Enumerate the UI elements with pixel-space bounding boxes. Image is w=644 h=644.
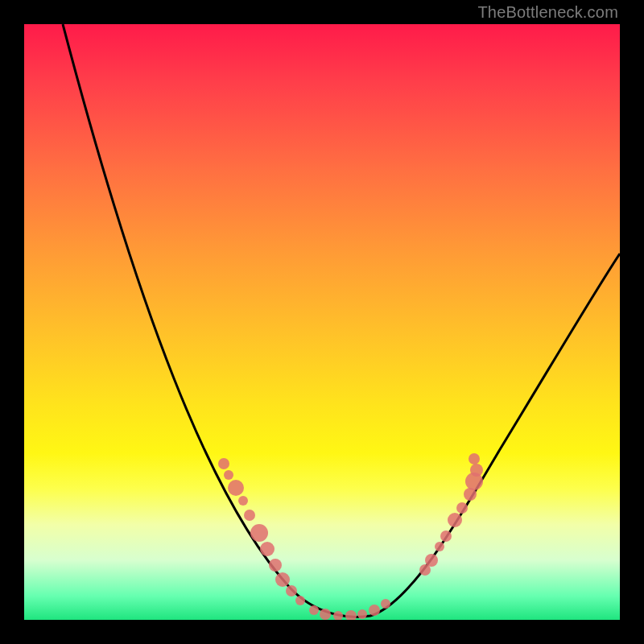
- bottleneck-curve: [63, 24, 620, 617]
- chart-plot-area: [24, 24, 620, 620]
- data-marker: [218, 458, 229, 469]
- data-marker: [369, 605, 380, 616]
- data-marker: [425, 554, 438, 567]
- data-marker: [260, 542, 275, 556]
- data-marker: [286, 585, 297, 597]
- data-marker: [269, 559, 282, 572]
- watermark-text: TheBottleneck.com: [477, 3, 618, 22]
- data-marker: [469, 453, 480, 464]
- data-marker: [448, 513, 462, 527]
- data-marker: [435, 542, 444, 551]
- outer-frame: TheBottleneck.com: [0, 0, 644, 644]
- data-marker: [250, 524, 268, 542]
- data-marker: [320, 609, 331, 620]
- marker-cluster-right: [419, 453, 483, 576]
- chart-svg: [24, 24, 620, 620]
- data-marker: [440, 530, 452, 542]
- data-marker: [381, 599, 390, 609]
- data-marker: [309, 605, 319, 615]
- data-marker: [238, 496, 248, 506]
- data-marker: [345, 610, 357, 620]
- data-marker: [357, 609, 367, 619]
- marker-cluster-left: [218, 458, 305, 605]
- data-marker: [470, 464, 483, 477]
- data-marker: [456, 502, 468, 514]
- data-marker: [333, 611, 343, 620]
- data-marker: [228, 480, 244, 496]
- data-marker: [275, 572, 290, 587]
- data-marker: [244, 510, 255, 521]
- data-marker: [224, 470, 233, 480]
- data-marker: [295, 596, 305, 605]
